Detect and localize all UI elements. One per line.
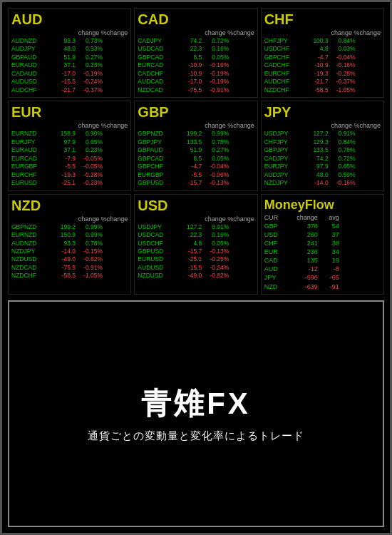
pair-name: AUDJPY	[11, 45, 48, 53]
mf-change-val: 135	[289, 256, 318, 265]
mf-row: AUD -12 -8	[264, 265, 381, 273]
pair-pct: -0.28%	[329, 70, 356, 78]
pair-pct: 0.99%	[76, 223, 103, 231]
currency-block-EUR: EUR change %change EURNZD 158.9 0.90% EU…	[8, 101, 131, 190]
col-headers: change %change	[11, 215, 128, 223]
pair-name: NZDCAD	[11, 264, 48, 272]
pair-row: AUDNZD 93.3 0.78%	[11, 240, 128, 248]
pair-row: USDJPY 127.2 0.91%	[138, 223, 254, 231]
pair-name: GBPCHF	[138, 163, 175, 170]
mf-currency: USD	[264, 230, 289, 239]
pair-row: GBPJPY 133.5 0.78%	[264, 146, 381, 154]
mf-avg-val: -91	[318, 282, 339, 291]
pair-name: EURUSD	[138, 255, 175, 263]
pct-header: %change	[354, 29, 381, 36]
pair-pct: 0.78%	[329, 146, 356, 154]
pair-name: AUDCAD	[138, 78, 175, 86]
main-frame: AUD change %change AUDNZD 93.3 0.73% AUD…	[0, 0, 392, 535]
pair-row: CHFJPY 100.3 0.84%	[264, 37, 381, 45]
mf-avg-val: 34	[318, 248, 339, 256]
pair-pct: -0.19%	[202, 70, 229, 78]
mf-change-header: change	[289, 214, 318, 221]
pair-row: NZDCHF -58.5 -1.05%	[264, 86, 381, 94]
block-header: USD	[138, 198, 254, 214]
pair-pct: 0.72%	[329, 155, 356, 163]
pair-change: -15.5	[48, 78, 76, 86]
pair-change: -5.5	[175, 171, 202, 179]
pair-name: NZDJPY	[11, 248, 48, 255]
mf-avg-val: -8	[318, 265, 339, 273]
pair-change: 97.9	[48, 138, 76, 146]
pair-change: 199.2	[48, 223, 76, 231]
pair-row: GBPNZD 199.2 0.99%	[138, 130, 254, 138]
pair-change: -5.5	[48, 163, 76, 170]
mf-row: GBP 378 54	[264, 222, 381, 230]
pair-pct: 0.90%	[76, 130, 103, 138]
currency-block-AUD: AUD change %change AUDNZD 93.3 0.73% AUD…	[8, 8, 131, 98]
mf-avg-header: avg	[318, 214, 339, 221]
mf-currency: EUR	[264, 248, 289, 256]
pair-change: -15.7	[175, 179, 202, 187]
pair-row: EURCHF -19.3 -0.28%	[264, 70, 381, 78]
pair-change: 8.5	[175, 155, 202, 163]
col-headers: change %change	[264, 122, 381, 129]
pair-name: USDCHF	[138, 240, 175, 248]
pair-name: NZDUSD	[138, 272, 175, 280]
pair-pct: 0.65%	[76, 138, 103, 146]
pair-row: GBPAUD 51.9 0.27%	[138, 146, 254, 154]
pair-change: -10.9	[175, 70, 202, 78]
pair-change: 100.3	[301, 37, 329, 45]
pair-change: 51.9	[48, 54, 76, 61]
pair-change: -58.5	[48, 272, 76, 280]
pair-row: EURAUD 37.1 0.23%	[11, 61, 128, 69]
currency-block-CAD: CAD change %change CADJPY 74.2 0.72% USD…	[134, 8, 257, 98]
pair-pct: -0.06%	[202, 171, 229, 179]
pair-name: EURCHF	[264, 70, 301, 78]
pair-name: AUDUSD	[11, 78, 48, 86]
pair-row: NZDUSD -49.0 -0.82%	[138, 272, 254, 280]
mf-row: EUR 236 34	[264, 248, 381, 256]
pair-change: -21.7	[48, 86, 76, 94]
mf-change-val: -639	[289, 282, 318, 291]
pair-change: -10.9	[301, 61, 329, 69]
mf-change-val: 241	[289, 239, 318, 248]
pair-name: EURJPY	[11, 138, 48, 146]
pair-change: -58.5	[301, 86, 329, 94]
pair-name: GBPAUD	[11, 54, 48, 61]
pair-name: GBPJPY	[264, 146, 301, 154]
pair-row: AUDJPY 48.0 0.59%	[264, 171, 381, 179]
pct-header: %change	[227, 215, 254, 223]
pair-name: CADCHF	[138, 70, 175, 78]
pair-pct: -0.19%	[202, 78, 229, 86]
pair-pct: 0.72%	[202, 37, 229, 45]
currency-block-NZD: NZD change %change GBPNZD 199.2 0.99% EU…	[8, 194, 131, 295]
pair-row: CADJPY 74.2 0.72%	[138, 37, 254, 45]
currency-block-JPY: JPY change %change USDJPY 127.2 0.91% CH…	[261, 101, 384, 190]
pair-pct: -0.82%	[202, 272, 229, 280]
pair-name: CADJPY	[138, 37, 175, 45]
pair-name: USDCAD	[138, 45, 175, 53]
pair-name: NZDUSD	[11, 255, 48, 263]
pair-pct: -1.05%	[76, 272, 103, 280]
pair-pct: -0.91%	[202, 86, 229, 94]
pair-name: GBPUSD	[138, 248, 175, 255]
pair-name: AUDCHF	[11, 86, 48, 94]
pair-row: AUDNZD 93.3 0.73%	[11, 37, 128, 45]
change-header: change	[199, 215, 226, 223]
pair-row: NZDCAD -75.5 -0.91%	[138, 86, 254, 94]
mf-currency: CAD	[264, 256, 289, 265]
currency-grid: AUD change %change AUDNZD 93.3 0.73% AUD…	[8, 8, 384, 295]
pair-row: NZDCHF -58.5 -1.05%	[11, 272, 128, 280]
pair-change: -75.5	[48, 264, 76, 272]
pair-row: EURJPY 97.9 0.65%	[264, 163, 381, 170]
pair-row: CADCHF -10.9 -0.19%	[138, 70, 254, 78]
pair-name: AUDJPY	[264, 171, 301, 179]
mf-row: CAD 135 19	[264, 256, 381, 265]
pair-pct: 0.03%	[329, 45, 356, 53]
change-header: change	[199, 29, 226, 36]
pair-row: EURJPY 97.9 0.65%	[11, 138, 128, 146]
mf-avg-val: 38	[318, 239, 339, 248]
pair-name: EURAUD	[11, 61, 48, 69]
mf-row: NZD -639 -91	[264, 282, 381, 291]
pair-name: GBPJPY	[138, 138, 175, 146]
